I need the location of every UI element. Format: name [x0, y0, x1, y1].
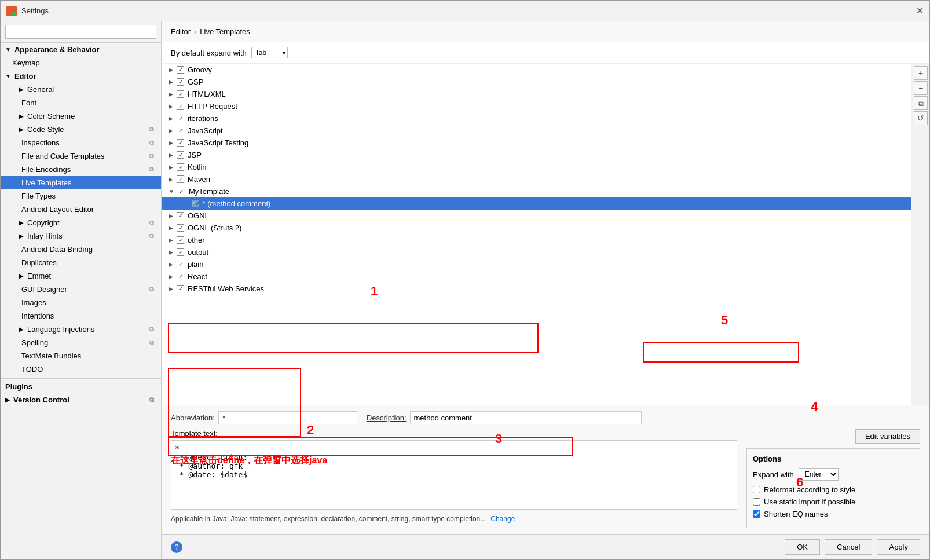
template-group-mytemplate[interactable]: ▼ MyTemplate — [162, 185, 911, 197]
sidebar-item-copyright[interactable]: ▶ Copyright ⧉ — [1, 216, 161, 229]
change-link[interactable]: Change — [490, 515, 515, 523]
template-checkbox[interactable] — [177, 103, 184, 110]
help-icon[interactable]: ? — [171, 541, 182, 553]
sidebar-item-general[interactable]: ▶ General — [1, 83, 161, 96]
ok-button[interactable]: OK — [785, 539, 820, 555]
cancel-button[interactable]: Cancel — [825, 539, 872, 555]
template-group-react[interactable]: ▶ React — [162, 270, 911, 283]
sidebar-item-inspections[interactable]: Inspections ⧉ — [1, 136, 161, 149]
template-group-http-request[interactable]: ▶ HTTP Request — [162, 100, 911, 112]
sidebar-item-label: Android Layout Editor — [21, 205, 94, 214]
sidebar-item-live-templates[interactable]: Live Templates — [1, 176, 161, 189]
template-group-jsp[interactable]: ▶ JSP — [162, 149, 911, 161]
template-checkbox[interactable] — [177, 90, 184, 98]
sidebar-item-version-control[interactable]: ▶ Version Control ⧉ — [1, 393, 161, 407]
sidebar-item-intentions[interactable]: Intentions — [1, 309, 161, 323]
description-input[interactable] — [410, 411, 642, 424]
reset-template-button[interactable]: ↺ — [914, 111, 928, 125]
sidebar-item-images[interactable]: Images — [1, 296, 161, 309]
template-group-other[interactable]: ▶ other — [162, 234, 911, 246]
chevron-right-icon: ▶ — [169, 225, 173, 231]
template-checkbox[interactable] — [177, 151, 184, 159]
template-group-gsp[interactable]: ▶ GSP — [162, 76, 911, 88]
sidebar-item-file-encodings[interactable]: File Encodings ⧉ — [1, 163, 161, 176]
sidebar-item-android-data-binding[interactable]: Android Data Binding — [1, 243, 161, 256]
template-item-method-comment[interactable]: ✓ * (method comment) — [162, 197, 911, 210]
sidebar-item-plugins[interactable]: Plugins — [1, 378, 161, 393]
template-group-groovy[interactable]: ▶ Groovy — [162, 64, 911, 76]
template-group-javascript[interactable]: ▶ JavaScript — [162, 125, 911, 137]
template-group-output[interactable]: ▶ output — [162, 246, 911, 258]
template-checkbox[interactable] — [177, 139, 184, 147]
sidebar-item-font[interactable]: Font — [1, 96, 161, 109]
expand-with-option-select[interactable]: Enter Tab Space — [799, 468, 839, 481]
right-options: Edit variables Options Expand with Enter… — [746, 429, 920, 528]
template-checkbox[interactable] — [177, 175, 184, 183]
sidebar-item-keymap[interactable]: Keymap — [1, 56, 161, 69]
template-checkbox[interactable] — [177, 163, 184, 171]
template-checkbox[interactable] — [177, 261, 184, 268]
sidebar-item-editor[interactable]: ▼ Editor — [1, 69, 161, 83]
template-checkbox[interactable] — [177, 236, 184, 244]
abbreviation-input[interactable] — [218, 411, 357, 424]
template-group-plain[interactable]: ▶ plain — [162, 258, 911, 270]
copy-icon: ⧉ — [149, 219, 154, 226]
sidebar-item-emmet[interactable]: ▶ Emmet — [1, 269, 161, 283]
template-group-maven[interactable]: ▶ Maven — [162, 173, 911, 185]
sidebar-item-appearance[interactable]: ▼ Appearance & Behavior — [1, 43, 161, 56]
chevron-down-icon: ▼ — [5, 46, 11, 53]
template-checkbox[interactable] — [177, 66, 184, 74]
chevron-right-icon: ▶ — [169, 103, 173, 109]
search-input[interactable] — [5, 25, 156, 39]
template-checkbox[interactable]: ✓ — [192, 200, 199, 207]
remove-template-button[interactable]: − — [914, 81, 928, 95]
template-checkbox[interactable] — [177, 248, 184, 256]
add-template-button[interactable]: + — [914, 66, 928, 80]
edit-variables-button[interactable]: Edit variables — [855, 429, 920, 444]
template-group-js-testing[interactable]: ▶ JavaScript Testing — [162, 137, 911, 149]
abbreviation-group: Abbreviation: — [171, 411, 357, 424]
template-group-kotlin[interactable]: ▶ Kotlin — [162, 161, 911, 173]
copy-template-button[interactable]: ⧉ — [914, 96, 928, 110]
template-checkbox[interactable] — [178, 188, 185, 195]
template-group-ognl[interactable]: ▶ OGNL — [162, 210, 911, 222]
static-import-checkbox[interactable] — [753, 498, 760, 506]
template-checkbox[interactable] — [177, 127, 184, 134]
shorten-eq-row: Shorten EQ names — [753, 510, 914, 518]
expand-with-select[interactable]: Tab Enter Space — [251, 47, 288, 58]
svg-rect-1 — [12, 7, 16, 10]
left-edit: Template text: * * @Description: * @auth… — [171, 429, 737, 525]
template-group-html-xml[interactable]: ▶ HTML/XML — [162, 88, 911, 100]
shorten-eq-checkbox[interactable] — [753, 510, 760, 518]
sidebar-item-inlay-hints[interactable]: ▶ Inlay Hints ⧉ — [1, 229, 161, 243]
sidebar-item-duplicates[interactable]: Duplicates — [1, 256, 161, 269]
template-checkbox[interactable] — [177, 285, 184, 292]
sidebar-item-label: Plugins — [5, 382, 32, 391]
template-checkbox[interactable] — [177, 115, 184, 122]
sidebar-item-lang-injections[interactable]: ▶ Language Injections ⧉ — [1, 323, 161, 336]
sidebar-item-spelling[interactable]: Spelling ⧉ — [1, 336, 161, 349]
chevron-right-icon: ▶ — [169, 249, 173, 255]
sidebar-item-gui-designer[interactable]: GUI Designer ⧉ — [1, 283, 161, 296]
template-group-iterations[interactable]: ▶ iterations — [162, 112, 911, 125]
copy-icon: ⧉ — [149, 339, 154, 346]
sidebar-item-file-code-templates[interactable]: File and Code Templates ⧉ — [1, 149, 161, 163]
template-group-ognl-struts[interactable]: ▶ OGNL (Struts 2) — [162, 222, 911, 234]
sidebar-item-android-layout[interactable]: Android Layout Editor — [1, 203, 161, 216]
sidebar-item-file-types[interactable]: File Types — [1, 189, 161, 203]
chevron-right-icon: ▶ — [169, 273, 173, 280]
template-group-restful[interactable]: ▶ RESTful Web Services — [162, 283, 911, 295]
sidebar-item-color-scheme[interactable]: ▶ Color Scheme — [1, 109, 161, 123]
apply-button[interactable]: Apply — [877, 539, 920, 555]
sidebar-item-todo[interactable]: TODO — [1, 363, 161, 376]
sidebar-item-code-style[interactable]: ▶ Code Style ⧉ — [1, 123, 161, 136]
reformat-checkbox[interactable] — [753, 486, 760, 493]
close-icon[interactable]: ✕ — [916, 5, 924, 16]
template-checkbox[interactable] — [177, 78, 184, 86]
template-checkbox[interactable] — [177, 273, 184, 280]
chevron-right-icon: ▶ — [169, 140, 173, 146]
template-textarea[interactable]: * * @Description: * @author: gfk * @date… — [171, 440, 737, 510]
template-checkbox[interactable] — [177, 212, 184, 219]
sidebar-item-textmate-bundles[interactable]: TextMate Bundles — [1, 349, 161, 363]
template-checkbox[interactable] — [177, 224, 184, 232]
